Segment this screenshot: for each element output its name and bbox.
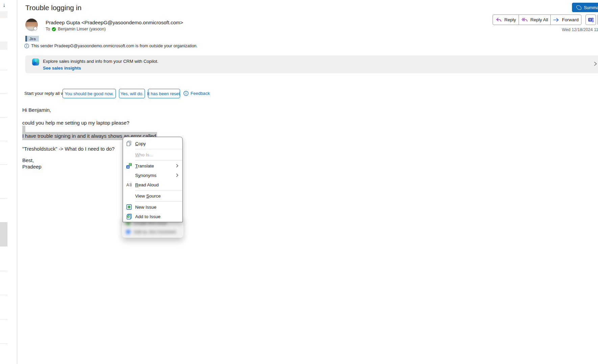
submenu-chevron-icon [175, 173, 179, 177]
menu-item-label: View Source [135, 193, 161, 199]
reply-all-label: Reply All [530, 17, 548, 22]
svg-text:A: A [126, 183, 129, 187]
list-divider [0, 117, 7, 118]
menu-item-label: Add to Issue [135, 214, 160, 219]
reply-all-button[interactable]: Reply All [519, 15, 551, 25]
body-paragraph: Best, [22, 157, 34, 163]
copilot-icon [32, 58, 39, 66]
external-sender-notice: This sender PradeepG@yasoondemo.onmicros… [24, 44, 198, 48]
list-divider [0, 164, 7, 165]
reply-label: Reply [504, 17, 516, 22]
summarize-button[interactable]: Summarize [572, 3, 598, 12]
menu-separator [135, 149, 182, 149]
context-menu: Copy Who Is... a Translate [123, 137, 183, 222]
list-item[interactable] [0, 42, 7, 50]
menu-item-label: Add as Jira Comment [134, 229, 176, 234]
body-paragraph: Hi Benjamin, [22, 107, 51, 113]
chevron-right-icon[interactable] [593, 61, 598, 67]
list-divider [0, 343, 7, 344]
translate-icon: a [126, 163, 135, 169]
teams-icon: T [588, 17, 594, 23]
new-issue-icon [126, 204, 135, 210]
sort-descending-icon[interactable]: ↓ [3, 2, 5, 8]
menu-item-label: New Issue [135, 205, 156, 210]
to-label: To [46, 27, 50, 31]
see-sales-insights-link[interactable]: See sales insights [43, 66, 81, 71]
banner-text: Explore sales insights and info from you… [43, 59, 158, 64]
pane-divider[interactable] [17, 0, 17, 364]
menu-item-new-issue[interactable]: New Issue [123, 202, 182, 212]
reply-all-icon [521, 17, 528, 23]
menu-item-label: Synonyms [135, 173, 156, 178]
copilot-sales-banner: Explore sales insights and info from you… [25, 55, 598, 73]
suggested-reply-2[interactable]: Yes, will do. [119, 89, 145, 98]
menu-item-label: Translate [135, 163, 154, 168]
recipient-name[interactable]: Benjamin Linser (yasoon) [58, 27, 106, 31]
menu-separator [135, 190, 182, 190]
email-subject: Trouble logging in [25, 4, 81, 12]
verified-check-icon [52, 27, 56, 31]
list-divider [0, 295, 7, 295]
sender-name[interactable]: Pradeep Gupta <PradeepG@yasoondemo.onmic… [46, 20, 183, 25]
share-to-teams-button[interactable]: T [585, 15, 596, 25]
recipient-row: To Benjamin Linser (yasoon) [46, 27, 106, 31]
body-paragraph: Pradeep [22, 164, 42, 170]
list-divider [0, 94, 7, 94]
list-divider [0, 70, 7, 70]
summarize-label: Summarize [584, 5, 598, 10]
received-date: Wed 12/18/2024 11:0 [562, 27, 598, 32]
body-paragraph: "Tresholdstuck" -> What do I need to do? [22, 146, 115, 152]
menu-item-label: Copy [135, 141, 146, 146]
menu-item-read-aloud[interactable]: A Read Aloud [123, 180, 182, 189]
menu-item-copy[interactable]: Copy [123, 139, 182, 148]
info-icon [24, 44, 29, 48]
copilot-icon [576, 5, 581, 10]
menu-item-add-to-issue[interactable]: Add to Issue [123, 212, 182, 221]
list-divider [0, 319, 7, 319]
list-divider [0, 198, 7, 199]
tag-label: Jira [27, 36, 39, 42]
suggested-reply-1[interactable]: You should be good now. [63, 89, 116, 98]
menu-item-view-source[interactable]: View Source [123, 191, 182, 201]
feedback-info-icon [183, 91, 189, 96]
copy-icon [126, 140, 135, 147]
menu-item-blurred[interactable]: Add as Jira Comment [126, 227, 183, 236]
notice-text: This sender PradeepG@yasoondemo.onmicros… [31, 44, 198, 48]
menu-item-label: Read Aloud [135, 182, 159, 187]
menu-item-who-is: Who Is... [123, 150, 182, 159]
reply-button-group: Reply Reply All Forward [493, 15, 581, 25]
add-to-issue-icon [126, 213, 135, 219]
message-list-edge: ↓ [0, 0, 17, 364]
menu-item-label: Who Is... [135, 152, 153, 157]
feedback-button[interactable]: Feedback [183, 91, 210, 96]
presence-offline-icon [33, 27, 37, 30]
list-divider [0, 271, 7, 271]
blurred-blue-icon [126, 230, 130, 234]
svg-text:a: a [127, 165, 129, 168]
forward-label: Forward [562, 17, 579, 22]
list-item-selected[interactable] [0, 222, 7, 246]
feedback-label: Feedback [191, 91, 210, 96]
menu-item-synonyms[interactable]: Synonyms [123, 171, 182, 180]
menu-separator [135, 201, 182, 202]
svg-text:T: T [589, 18, 591, 21]
list-divider [0, 141, 7, 141]
menu-separator [135, 160, 182, 160]
outlook-reading-pane: ↓ Trouble logging in Summarize Reply [0, 0, 598, 364]
submenu-chevron-icon [175, 164, 179, 168]
read-aloud-icon: A [126, 182, 135, 188]
category-tag-jira[interactable]: Jira [25, 36, 39, 42]
body-paragraph: could you help me setting up my laptop p… [22, 120, 129, 126]
menu-item-translate[interactable]: a Translate [123, 161, 182, 171]
forward-icon [553, 18, 559, 22]
reply-icon [496, 17, 502, 23]
forward-button[interactable]: Forward [550, 15, 581, 25]
list-item[interactable] [0, 11, 7, 18]
reply-button[interactable]: Reply [493, 15, 519, 25]
suggested-reply-3[interactable]: It has been reset. [148, 89, 180, 98]
